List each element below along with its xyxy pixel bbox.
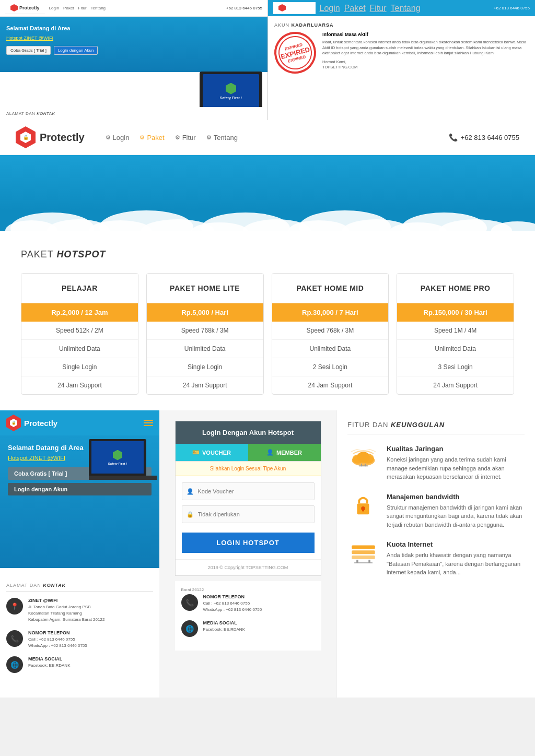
package-card-home-pro: PAKET HOME PRO Rp.150,000 / 30 Hari Spee… xyxy=(397,273,514,395)
contact-phone-call: Call : +62 813 6446 0755 xyxy=(28,636,87,643)
package-feature-support-3: 24 Jam Support xyxy=(272,376,389,394)
feature-network-desc: Koneksi jaringan yang anda terima sudah … xyxy=(387,455,525,481)
top-right-expired-title: AKUN KADARLUARSA xyxy=(274,22,529,28)
top-right-content: AKUN KADARLUARSA EXPIRED EXPIRED EXPIRED… xyxy=(268,16,535,80)
packages-grid: PELAJAR Rp.2,000 / 12 Jam Speed 512k / 2… xyxy=(21,273,514,395)
login-hotspot-button[interactable]: LOGIN HOTSPOT xyxy=(182,533,315,553)
package-feature-speed-4: Speed 1M / 4M xyxy=(397,322,514,340)
svg-rect-26 xyxy=(362,508,364,511)
top-right-nav-tentang[interactable]: Tentang xyxy=(391,4,421,13)
top-left-nav-fitur[interactable]: Fitur xyxy=(78,6,87,10)
svg-rect-29 xyxy=(352,556,375,559)
top-right-company: TOPSETTING.COM xyxy=(322,65,357,69)
bottom-section: 🔒 Protectly Selamat Datang di Area Hotsp… xyxy=(0,410,535,698)
svg-rect-16 xyxy=(0,231,535,233)
top-left-addr-title: ALAMAT DAN KONTAK xyxy=(6,111,261,116)
main-section: 🔒 Protectly ⚙ Login ⚙ Paket ⚙ Fitur ⚙ Te… xyxy=(0,120,535,410)
login-form: 👤 🔒 LOGIN HOTSPOT xyxy=(176,476,321,559)
feature-quota-desc: Anda tidak perlu khawatir dengan yang na… xyxy=(387,551,525,577)
password-input[interactable] xyxy=(182,505,315,523)
top-left-screenshot: Protectly Login Paket Fitur Tentang +62 … xyxy=(0,0,268,120)
svg-rect-28 xyxy=(352,550,375,554)
feature-network-icon-wrap xyxy=(347,445,379,471)
contact-social-line: Facebook: EE.RDANK xyxy=(28,663,70,669)
top-left-laptop-shield-icon xyxy=(226,83,236,95)
top-left-hero-title: Selamat Datang di Area xyxy=(6,25,261,32)
hero-banner xyxy=(0,155,535,233)
top-left-nav-paket[interactable]: Paket xyxy=(63,6,74,10)
contact-phone-info: NOMOR TELEPON Call : +62 813 6446 0755 W… xyxy=(28,630,87,649)
bottom-center-phone-item: 📞 NOMOR TELEPON Call : +62 813 6446 0755… xyxy=(181,594,315,613)
package-card-home-mid: PAKET HOME MID Rp.30,000 / 7 Hari Speed … xyxy=(272,273,389,395)
contact-phone-icon: 📞 xyxy=(6,630,23,647)
svg-rect-23 xyxy=(358,465,368,466)
package-name-home-pro: PAKET HOME PRO xyxy=(397,274,514,303)
package-feature-login-4: 3 Sesi Login xyxy=(397,358,514,376)
top-right-nav-login[interactable]: Login xyxy=(320,4,340,13)
contact-item-address: 📍 ZINET @WIFI Jl. Tanah Bato Gadut Joron… xyxy=(6,598,153,623)
top-left-hero: Selamat Datang di Area Hotspot ZINET @WI… xyxy=(0,17,268,63)
feature-quota-title: Kuota Internet xyxy=(387,540,525,548)
main-nav-login-gear-icon: ⚙ xyxy=(106,134,111,141)
contact-social-icon: 🌐 xyxy=(6,656,23,673)
package-price-home-lite: Rp.5,000 / Hari xyxy=(147,303,263,322)
bottom-left-white-area: ALAMAT DAN KONTAK 📍 ZINET @WIFI Jl. Tana… xyxy=(0,576,159,687)
bottom-left-logo-text: Protectly xyxy=(24,419,57,428)
bottom-center-phone-info: NOMOR TELEPON Call : +62 813 6446 0755 W… xyxy=(203,594,262,613)
package-price-pelajar: Rp.2,000 / 12 Jam xyxy=(21,303,138,322)
bottom-left-login-button[interactable]: Login dengan Akun xyxy=(8,483,152,495)
contact-address-line1: Jl. Tanah Bato Gadut Jorong PSB xyxy=(28,604,104,610)
contact-phone-title: NOMOR TELEPON xyxy=(28,630,87,635)
top-right-phone: +62 813 6446 0755 xyxy=(494,6,530,10)
main-nav-tentang[interactable]: ⚙ Tentang xyxy=(206,134,238,141)
bottom-center-social-info: MEDIA SOCIAL Facebook: EE.RDANK xyxy=(203,620,245,633)
login-tab-voucher[interactable]: 🎫 VOUCHER xyxy=(176,444,248,461)
bottom-left-hero-subtitle[interactable]: Hotspot ZINET @WIFI xyxy=(8,455,65,461)
svg-point-20 xyxy=(357,452,370,463)
top-right-screenshot: Protectly Login Paket Fitur Tentang +62 … xyxy=(268,0,535,120)
login-tab-member[interactable]: 👤 MEMBER xyxy=(248,444,321,461)
feature-quota-icon-wrap xyxy=(347,540,379,566)
bottom-left-laptop-shield-icon xyxy=(113,450,122,460)
bottom-left-laptop-body: Safety First ! xyxy=(89,439,146,476)
bottom-left-shield-icon: 🔒 xyxy=(6,415,21,431)
contact-address-title: ZINET @WIFI xyxy=(28,598,104,603)
stack-quota-icon xyxy=(349,543,378,564)
package-name-home-lite: PAKET HOME LITE xyxy=(147,274,263,303)
main-lock-icon: 🔒 xyxy=(23,135,29,140)
top-left-login-button[interactable]: Login dengan Akun xyxy=(54,46,98,55)
contact-phone-wa: WhatsApp : +62 813 6446 0755 xyxy=(28,643,87,649)
feature-network-title: Kualitas Jaringan xyxy=(387,445,525,453)
contact-social-info: MEDIA SOCIAL Facebook: EE.RDANK xyxy=(28,656,70,669)
main-shield-icon: 🔒 xyxy=(16,126,36,148)
top-left-logo: Protectly xyxy=(5,2,45,14)
bottom-left-laptop-base xyxy=(89,476,157,480)
feature-bandwidth-text: Manajemen bandwidth Struktur manajemen b… xyxy=(387,493,525,529)
feature-bandwidth-desc: Struktur manajemen bandwidth di jaringan… xyxy=(387,503,525,529)
top-left-hero-subtitle[interactable]: Hotspot ZINET @WIFI xyxy=(6,36,53,41)
package-feature-speed-1: Speed 512k / 2M xyxy=(21,322,138,340)
top-right-info-title: Informasi Masa Aktif xyxy=(322,32,529,37)
top-right-nav-fitur[interactable]: Fitur xyxy=(370,4,387,13)
main-nav-fitur[interactable]: ⚙ Fitur xyxy=(175,134,196,141)
main-logo-text: Protectly xyxy=(40,132,85,144)
contact-item-phone: 📞 NOMOR TELEPON Call : +62 813 6446 0755… xyxy=(6,630,153,649)
top-left-nav: Protectly Login Paket Fitur Tentang +62 … xyxy=(0,0,268,17)
bottom-left-shield-inner: 🔒 xyxy=(10,419,17,427)
main-nav-login[interactable]: ⚙ Login xyxy=(106,134,130,141)
top-right-nav: Protectly Login Paket Fitur Tentang +62 … xyxy=(268,0,535,16)
main-nav-paket[interactable]: ⚙ Paket xyxy=(139,134,164,141)
bottom-center-phone-call: Call : +62 813 6446 0755 xyxy=(203,600,262,607)
main-logo: 🔒 Protectly xyxy=(16,126,85,148)
package-card-home-lite: PAKET HOME LITE Rp.5,000 / Hari Speed 76… xyxy=(146,273,264,395)
package-features-pelajar: Speed 512k / 2M Unlimited Data Single Lo… xyxy=(21,322,138,394)
package-feature-data-4: Unlimited Data xyxy=(397,340,514,358)
kode-voucher-input[interactable] xyxy=(182,482,315,500)
top-left-nav-tentang[interactable]: Tentang xyxy=(91,6,106,10)
bottom-center-addr-label: Barat 26122 xyxy=(181,587,315,592)
top-left-trial-button[interactable]: Coba Gratis [ Trial ] xyxy=(6,46,51,55)
top-right-nav-paket[interactable]: Paket xyxy=(344,4,366,13)
hamburger-menu-icon[interactable] xyxy=(144,420,153,426)
top-left-nav-login[interactable]: Login xyxy=(49,6,60,10)
package-features-home-mid: Speed 768k / 3M Unlimited Data 2 Sesi Lo… xyxy=(272,322,389,394)
